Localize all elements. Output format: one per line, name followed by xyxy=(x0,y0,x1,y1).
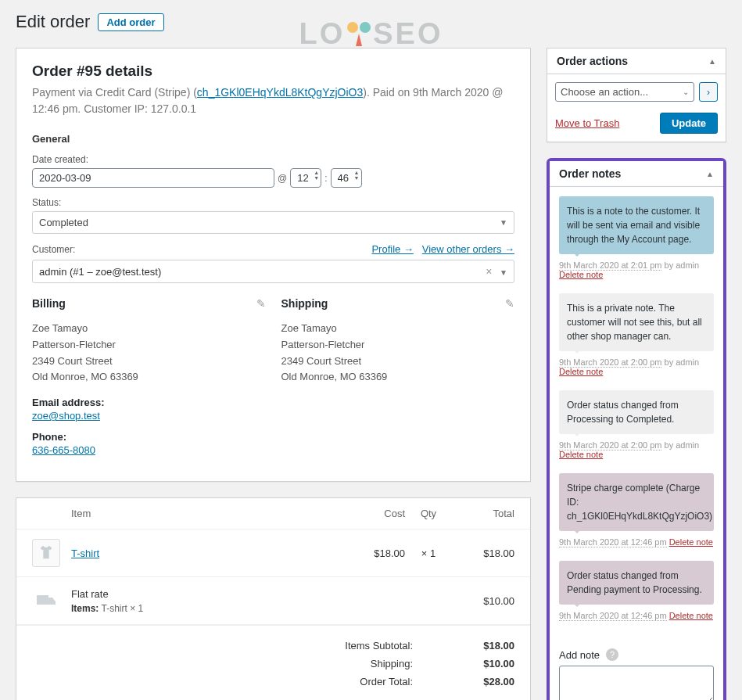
date-created-label: Date created: xyxy=(32,154,514,165)
page-title: Edit order xyxy=(16,12,90,32)
order-note: Order status changed from Processing to … xyxy=(559,390,714,434)
order-notes-heading: Order notes xyxy=(559,167,621,180)
table-row: Flat rate Items: T-shirt × 1 $10.00 xyxy=(16,577,530,625)
col-qty: Qty xyxy=(405,508,452,519)
col-item: Item xyxy=(71,508,350,519)
shipping-heading: Shipping xyxy=(281,297,515,310)
note-timestamp: 9th March 2020 at 12:46 pm xyxy=(559,611,667,621)
order-actions-panel: Order actions ▲ Choose an action... ⌄ › … xyxy=(547,48,726,142)
order-note: Stripe charge complete (Charge ID: ch_1G… xyxy=(559,473,714,531)
move-to-trash-link[interactable]: Move to Trash xyxy=(555,117,619,129)
product-thumbnail xyxy=(32,539,60,567)
delete-note-link[interactable]: Delete note xyxy=(559,270,603,279)
order-title: Order #95 details xyxy=(32,63,514,80)
order-note: This is a private note. The customer wil… xyxy=(559,293,714,351)
product-link[interactable]: T-shirt xyxy=(71,547,99,559)
email-label: Email address: xyxy=(32,397,266,408)
stripe-charge-link[interactable]: ch_1GKl0EHqYkdL8KtQgYzjOiO3 xyxy=(197,86,363,99)
customer-label: Customer: xyxy=(32,244,75,255)
order-note: Order status changed from Pending paymen… xyxy=(559,561,714,605)
note-meta: 9th March 2020 at 12:46 pm Delete note xyxy=(559,611,714,620)
table-row: T-shirt $18.00 × 1 $18.00 xyxy=(16,529,530,577)
help-icon[interactable]: ? xyxy=(606,648,618,661)
date-created-input[interactable] xyxy=(32,168,274,188)
svg-rect-2 xyxy=(37,595,48,605)
order-note: This is a note to the customer. It will … xyxy=(559,196,714,254)
delete-note-link[interactable]: Delete note xyxy=(669,611,713,620)
status-label: Status: xyxy=(32,197,514,208)
shipping-method: Flat rate xyxy=(71,588,350,600)
collapse-toggle-icon[interactable]: ▲ xyxy=(706,170,714,178)
col-total: Total xyxy=(452,508,514,519)
view-other-orders-link[interactable]: View other orders → xyxy=(422,243,514,255)
edit-shipping-icon[interactable]: ✎ xyxy=(505,297,514,310)
billing-heading: Billing xyxy=(32,297,266,310)
billing-phone-link[interactable]: 636-665-8080 xyxy=(32,444,95,456)
collapse-toggle-icon[interactable]: ▲ xyxy=(708,57,716,66)
shipping-address: Zoe Tamayo Patterson-Fletcher 2349 Court… xyxy=(281,321,515,386)
note-meta: 9th March 2020 at 2:00 pm by admin Delet… xyxy=(559,357,714,376)
edit-billing-icon[interactable]: ✎ xyxy=(256,297,266,310)
order-details-panel: Order #95 details Payment via Credit Car… xyxy=(16,48,531,482)
add-order-button[interactable]: Add order xyxy=(98,13,163,31)
order-actions-heading: Order actions xyxy=(557,55,628,67)
note-meta: 9th March 2020 at 2:01 pm by admin Delet… xyxy=(559,260,714,279)
chevron-down-icon: ⌄ xyxy=(683,88,689,96)
note-timestamp: 9th March 2020 at 12:46 pm xyxy=(559,537,667,547)
status-select[interactable]: Completed ▼ xyxy=(32,211,514,234)
hour-spinner[interactable]: ▲▼ xyxy=(314,170,319,181)
note-meta: 9th March 2020 at 2:00 pm by admin Delet… xyxy=(559,440,714,459)
billing-address: Zoe Tamayo Patterson-Fletcher 2349 Court… xyxy=(32,321,266,386)
billing-email-link[interactable]: zoe@shop.test xyxy=(32,410,100,422)
note-meta: 9th March 2020 at 12:46 pm Delete note xyxy=(559,537,714,547)
order-payment-info: Payment via Credit Card (Stripe) (ch_1GK… xyxy=(32,84,514,117)
customer-select[interactable]: admin (#1 – zoe@test.test) × ▼ xyxy=(32,260,514,283)
chevron-down-icon: ▼ xyxy=(500,218,507,227)
delete-note-link[interactable]: Delete note xyxy=(669,537,713,547)
chevron-down-icon[interactable]: ▼ xyxy=(500,268,507,277)
add-note-label: Add note xyxy=(559,649,600,661)
phone-label: Phone: xyxy=(32,431,266,443)
col-cost: Cost xyxy=(350,508,405,519)
minute-spinner[interactable]: ▲▼ xyxy=(354,170,360,181)
run-action-button[interactable]: › xyxy=(699,82,718,102)
note-textarea[interactable] xyxy=(559,666,714,700)
clear-customer-icon[interactable]: × xyxy=(486,265,492,278)
order-items-panel: Item Cost Qty Total T-shirt $18.00 × 1 $… xyxy=(16,497,531,700)
order-action-select[interactable]: Choose an action... ⌄ xyxy=(555,82,694,102)
update-button[interactable]: Update xyxy=(660,113,718,134)
delete-note-link[interactable]: Delete note xyxy=(559,450,603,459)
profile-link[interactable]: Profile → xyxy=(371,243,413,255)
general-heading: General xyxy=(32,133,514,145)
shipping-icon xyxy=(32,587,60,615)
delete-note-link[interactable]: Delete note xyxy=(559,367,603,376)
